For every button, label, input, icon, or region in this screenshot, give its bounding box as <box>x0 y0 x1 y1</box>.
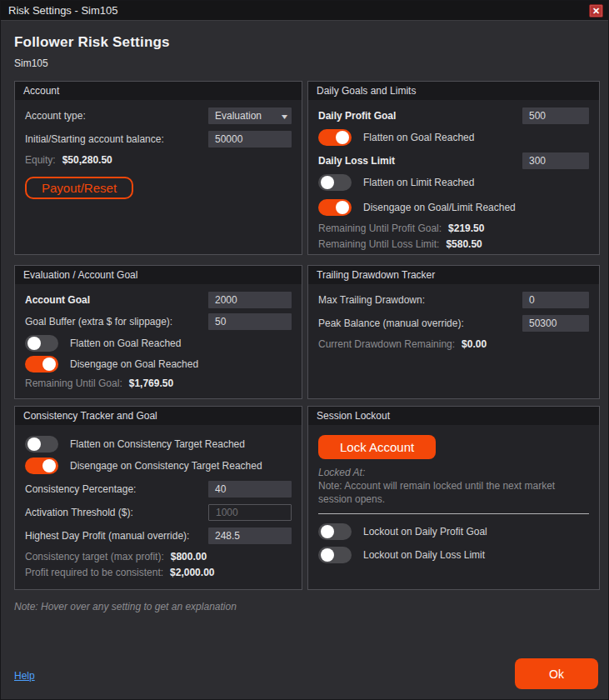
flatten-consistency-label: Flatten on Consistency Target Reached <box>70 438 245 450</box>
section-consistency: Consistency Tracker and Goal Flatten on … <box>14 406 302 590</box>
locked-at-label: Locked At: <box>318 467 589 478</box>
footer-note: Note: Hover over any setting to get an e… <box>14 601 595 612</box>
account-type-select[interactable]: Evaluation ▾ <box>208 108 292 124</box>
remaining-profit-goal-label: Remaining Until Profit Goal: <box>318 222 442 234</box>
max-trailing-drawdown-input[interactable] <box>522 292 589 308</box>
section-daily-goals-title: Daily Goals and Limits <box>308 82 599 100</box>
consistency-percentage-input[interactable] <box>208 481 292 498</box>
consistency-target-label: Consistency target (max profit): <box>25 551 164 562</box>
goal-buffer-label: Goal Buffer (extra $ for slippage): <box>25 316 172 328</box>
highest-day-profit-input[interactable] <box>208 528 292 544</box>
lock-account-button[interactable]: Lock Account <box>318 435 436 459</box>
starting-balance-label: Initial/Starting account balance: <box>25 133 164 145</box>
risk-settings-dialog: Risk Settings - Sim105 ✕ Follower Risk S… <box>0 0 609 700</box>
section-trailing-drawdown: Trailing Drawdown Tracker Max Trailing D… <box>307 265 600 399</box>
section-trailing-drawdown-title: Trailing Drawdown Tracker <box>308 266 599 284</box>
profit-required-label: Profit required to be consistent: <box>25 567 163 578</box>
toggle-knob <box>336 131 349 144</box>
section-session-lockout: Session Lockout Lock Account Locked At: … <box>307 406 600 590</box>
account-goal-label: Account Goal <box>25 294 90 306</box>
remaining-profit-goal-value: $219.50 <box>448 222 484 234</box>
disengage-goal-limit-toggle[interactable] <box>318 199 352 216</box>
help-link[interactable]: Help <box>14 670 35 682</box>
eval-disengage-on-goal-toggle[interactable] <box>25 356 58 372</box>
section-evaluation-goal: Evaluation / Account Goal Account Goal G… <box>14 265 302 399</box>
lockout-daily-loss-label: Lockout on Daily Loss Limit <box>363 549 485 561</box>
page-title: Follower Risk Settings <box>14 34 595 51</box>
peak-balance-input[interactable] <box>522 315 589 332</box>
toggle-knob <box>336 201 349 214</box>
eval-flatten-on-goal-toggle[interactable] <box>25 335 58 352</box>
daily-profit-goal-label: Daily Profit Goal <box>318 110 396 122</box>
daily-loss-limit-label: Daily Loss Limit <box>318 155 395 167</box>
page-header: Follower Risk Settings Sim105 <box>1 21 608 69</box>
flatten-on-goal-toggle[interactable] <box>318 129 352 146</box>
disengage-goal-limit-label: Disengage on Goal/Limit Reached <box>363 202 516 213</box>
daily-loss-limit-input[interactable] <box>522 152 589 169</box>
section-account: Account Account type: Evaluation ▾ Initi… <box>14 81 302 255</box>
activation-threshold-label: Activation Threshold ($): <box>25 507 133 518</box>
window-title: Risk Settings - Sim105 <box>8 4 589 17</box>
equity-value: $50,280.50 <box>62 154 112 166</box>
remaining-until-goal-label: Remaining Until Goal: <box>25 378 122 389</box>
remaining-until-goal-value: $1,769.50 <box>129 378 173 389</box>
daily-profit-goal-input[interactable] <box>522 108 589 124</box>
payout-reset-button[interactable]: Payout/Reset <box>25 177 133 199</box>
starting-balance-input[interactable] <box>208 131 292 148</box>
footer: Help Ok <box>14 658 598 689</box>
toggle-knob <box>27 337 41 350</box>
disengage-consistency-toggle[interactable] <box>25 458 58 474</box>
titlebar: Risk Settings - Sim105 ✕ <box>1 1 608 21</box>
toggle-knob <box>42 459 56 472</box>
section-account-title: Account <box>15 82 302 100</box>
account-type-value: Evaluation <box>215 110 262 122</box>
ok-button[interactable]: Ok <box>515 658 598 689</box>
close-icon[interactable]: ✕ <box>589 4 603 18</box>
remaining-loss-limit-label: Remaining Until Loss Limit: <box>318 238 439 250</box>
flatten-on-goal-label: Flatten on Goal Reached <box>363 132 474 143</box>
remaining-loss-limit-value: $580.50 <box>446 238 482 250</box>
equity-label: Equity: <box>25 154 56 166</box>
peak-balance-label: Peak Balance (manual override): <box>318 318 464 329</box>
section-daily-goals: Daily Goals and Limits Daily Profit Goal… <box>307 81 600 255</box>
eval-flatten-on-goal-label: Flatten on Goal Reached <box>70 338 181 349</box>
current-drawdown-value: $0.00 <box>462 338 487 350</box>
flatten-consistency-toggle[interactable] <box>25 436 58 452</box>
eval-disengage-on-goal-label: Disengage on Goal Reached <box>70 358 198 370</box>
disengage-consistency-label: Disengage on Consistency Target Reached <box>70 460 262 472</box>
section-consistency-title: Consistency Tracker and Goal <box>15 407 302 425</box>
consistency-percentage-label: Consistency Percentage: <box>25 483 136 495</box>
toggle-knob <box>42 358 56 371</box>
section-evaluation-goal-title: Evaluation / Account Goal <box>15 266 302 284</box>
goal-buffer-input[interactable] <box>208 313 292 330</box>
profit-required-value: $2,000.00 <box>170 567 214 578</box>
toggle-knob <box>27 438 41 451</box>
chevron-down-icon: ▾ <box>282 112 287 121</box>
divider <box>318 513 589 514</box>
current-drawdown-label: Current Drawdown Remaining: <box>318 338 455 350</box>
page-subtitle: Sim105 <box>14 58 595 69</box>
toggle-knob <box>321 548 334 562</box>
consistency-target-value: $800.00 <box>171 551 207 562</box>
toggle-knob <box>321 525 334 538</box>
activation-threshold-input <box>208 504 292 521</box>
highest-day-profit-label: Highest Day Profit (manual override): <box>25 530 189 542</box>
account-goal-input[interactable] <box>208 292 292 308</box>
lockout-daily-profit-label: Lockout on Daily Profit Goal <box>363 526 487 538</box>
toggle-knob <box>321 176 334 189</box>
flatten-on-limit-label: Flatten on Limit Reached <box>363 177 474 188</box>
lockout-daily-profit-toggle[interactable] <box>318 523 352 540</box>
session-lockout-note: Note: Account will remain locked until t… <box>318 480 589 506</box>
lockout-daily-loss-toggle[interactable] <box>318 547 352 563</box>
account-type-label: Account type: <box>25 110 86 122</box>
max-trailing-drawdown-label: Max Trailing Drawdown: <box>318 294 425 306</box>
flatten-on-limit-toggle[interactable] <box>318 174 352 191</box>
section-session-lockout-title: Session Lockout <box>308 407 599 425</box>
